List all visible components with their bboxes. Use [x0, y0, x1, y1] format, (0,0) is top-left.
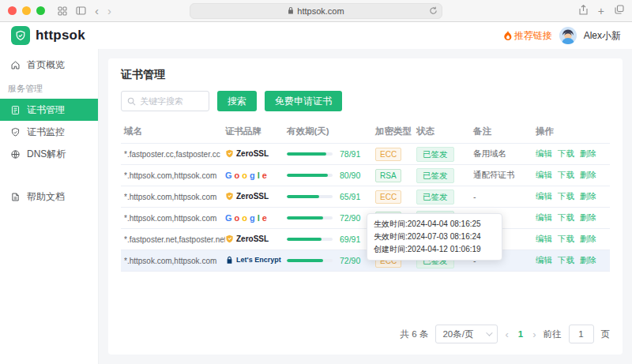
table-row[interactable]: *.httpsok.com,httpsok.comGoogle80/90RSA已… [121, 165, 610, 186]
apply-cert-button[interactable]: 免费申请证书 [265, 91, 342, 111]
new-tab-icon[interactable]: + [598, 6, 604, 17]
action-edit-link[interactable]: 编辑 [536, 191, 552, 201]
address-bar[interactable]: httpsok.com [190, 3, 442, 19]
traffic-lights [8, 6, 45, 15]
validity-text: 80/90 [340, 171, 360, 180]
table-header: 域名 证书品牌 有效期(天) 加密类型 状态 备注 操作 [121, 120, 610, 144]
search-input[interactable] [140, 96, 203, 106]
cell-domain: *.fastposter.cc,fastposter.cc [124, 150, 225, 159]
sidebar-item-label: 证书监控 [27, 126, 65, 139]
tab-grid-icon[interactable] [58, 6, 67, 16]
maximize-window-button[interactable] [36, 6, 45, 15]
table-row[interactable]: *.httpsok.com,httpsok.comZeroSSL65/91ECC… [121, 186, 610, 208]
action-edit-link[interactable]: 编辑 [536, 234, 552, 243]
action-delete-link[interactable]: 删除 [580, 170, 596, 179]
back-button[interactable]: ‹ [95, 5, 99, 17]
page-title: 证书管理 [121, 68, 610, 82]
action-edit-link[interactable]: 编辑 [536, 212, 552, 222]
cell-actions: 编辑下载删除 [536, 170, 607, 181]
sidebar-item-dns[interactable]: DNS解析 [0, 143, 98, 165]
main-content: 证书管理 搜索 免费申请证书 域名 证书品牌 有效期(天) 加密类型 [99, 49, 632, 364]
monitor-shield-icon [10, 127, 21, 137]
search-button[interactable]: 搜索 [217, 91, 257, 111]
sidebar-toggle-icon[interactable] [76, 6, 86, 15]
action-delete-link[interactable]: 删除 [580, 255, 596, 265]
avatar[interactable] [559, 27, 577, 44]
action-download-link[interactable]: 下载 [558, 234, 574, 243]
current-page-number[interactable]: 1 [516, 329, 525, 339]
cell-remark: 备用域名 [473, 148, 536, 159]
action-download-link[interactable]: 下载 [558, 191, 574, 201]
minimize-window-button[interactable] [22, 6, 31, 15]
status-badge: 已签发 [416, 190, 454, 205]
cert-table: 域名 证书品牌 有效期(天) 加密类型 状态 备注 操作 *.fastposte… [121, 120, 610, 272]
share-icon[interactable] [579, 5, 588, 17]
col-header-brand: 证书品牌 [225, 126, 287, 137]
tooltip-line: 创建时间:2024-04-12 01:06:19 [374, 243, 495, 256]
cell-actions: 编辑下载删除 [536, 212, 607, 223]
cell-status: 已签发 [416, 190, 473, 205]
action-delete-link[interactable]: 删除 [580, 148, 596, 158]
sidebar-item-cert-monitor[interactable]: 证书监控 [0, 121, 98, 143]
action-delete-link[interactable]: 删除 [580, 191, 596, 201]
cell-brand: Google [225, 171, 287, 180]
zerossl-shield-icon [225, 149, 234, 158]
page-size-select[interactable]: 20条/页 [435, 325, 498, 343]
flame-icon [504, 31, 512, 40]
col-header-remark: 备注 [473, 126, 536, 137]
tab-overview-icon[interactable] [615, 5, 624, 17]
promo-link-label: 推荐链接 [514, 29, 552, 43]
app-logo: httpsok [11, 26, 85, 45]
close-window-button[interactable] [8, 6, 17, 15]
action-edit-link[interactable]: 编辑 [536, 148, 552, 158]
zerossl-logo: ZeroSSL [225, 192, 269, 201]
cell-remark: 通配符证书 [473, 170, 536, 181]
sidebar-item-cert-manage[interactable]: 证书管理 [0, 99, 98, 121]
promo-link[interactable]: 推荐链接 [504, 29, 552, 43]
cell-validity: 78/91 [287, 149, 375, 159]
sidebar-item-home[interactable]: 首页概览 [0, 54, 98, 76]
forward-button[interactable]: › [107, 5, 111, 17]
cell-validity: 65/91 [287, 192, 375, 201]
total-count: 共 6 条 [401, 328, 429, 340]
search-box [121, 91, 209, 111]
action-delete-link[interactable]: 删除 [580, 212, 596, 222]
google-logo: Google [225, 213, 267, 223]
app-title: httpsok [36, 28, 85, 43]
action-download-link[interactable]: 下载 [558, 170, 574, 179]
action-download-link[interactable]: 下载 [558, 212, 574, 222]
sidebar-item-label: 帮助文档 [27, 190, 65, 204]
next-page-button[interactable]: › [532, 328, 536, 340]
action-delete-link[interactable]: 删除 [580, 234, 596, 243]
goto-label: 前往 [544, 328, 562, 340]
cell-status: 已签发 [416, 168, 473, 183]
cell-brand: ZeroSSL [225, 192, 287, 202]
certificate-icon [10, 105, 21, 115]
lock-icon [288, 6, 294, 16]
col-header-actions: 操作 [536, 126, 607, 137]
goto-page-input[interactable] [569, 325, 594, 343]
table-row[interactable]: *.httpsok.com,httpsok.comGoogle72/90RSA已… [121, 208, 610, 229]
action-edit-link[interactable]: 编辑 [536, 170, 552, 179]
status-badge: 已签发 [416, 168, 454, 183]
table-row[interactable]: *.fastposter.cc,fastposter.ccZeroSSL78/9… [121, 144, 610, 165]
action-edit-link[interactable]: 编辑 [536, 255, 552, 265]
action-download-link[interactable]: 下载 [558, 255, 574, 265]
prev-page-button[interactable]: ‹ [505, 328, 508, 340]
cell-actions: 编辑下载删除 [536, 191, 607, 202]
validity-progress-bar [287, 259, 333, 262]
table-body: *.fastposter.cc,fastposter.ccZeroSSL78/9… [121, 144, 610, 272]
validity-text: 72/90 [340, 256, 360, 265]
validity-progress-bar [287, 238, 333, 241]
cell-actions: 编辑下载删除 [536, 234, 607, 245]
cell-validity: 72/90 [287, 213, 375, 223]
page: ‹ › httpsok.com + htt [0, 0, 632, 364]
table-row[interactable]: *.fastposter.net,fastposter.netZeroSSL69… [121, 229, 610, 250]
table-row[interactable]: *.httpsok.com,httpsok.comLet's Encrypt72… [121, 250, 610, 272]
cell-type: ECC [375, 190, 416, 204]
search-icon [127, 97, 136, 106]
sidebar-item-help[interactable]: 帮助文档 [0, 186, 98, 208]
reload-icon[interactable] [429, 6, 438, 17]
google-logo: Google [225, 171, 267, 180]
action-download-link[interactable]: 下载 [558, 148, 574, 158]
